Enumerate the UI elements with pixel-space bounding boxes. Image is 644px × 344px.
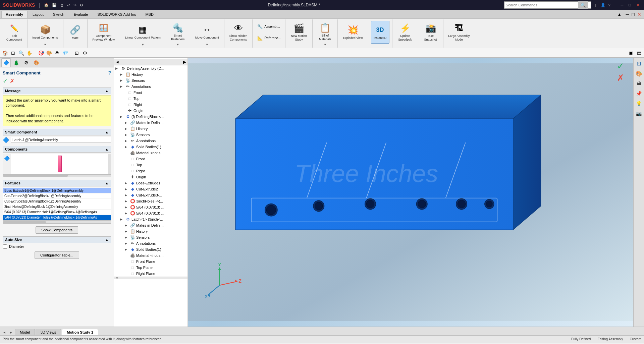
minimize-button[interactable]: ─: [619, 2, 626, 8]
zoom-to-fit-icon[interactable]: ⊡: [9, 49, 17, 57]
tab-solidworks-addins[interactable]: SOLIDWORKS Add-Ins: [93, 11, 140, 18]
appearance-icon[interactable]: 💎: [61, 49, 69, 57]
tree-expand-icon[interactable]: ▶: [183, 60, 186, 64]
tree-item-right-block[interactable]: ▶ □ Right: [114, 168, 187, 174]
tab-nav-prev[interactable]: ◄: [1, 329, 7, 335]
view-orientation-icon[interactable]: 🎯: [37, 49, 45, 57]
zoom-area-icon[interactable]: 🔍: [17, 49, 25, 57]
tree-item-annotations-block[interactable]: ▶ ✏ Annotations: [114, 138, 187, 144]
tree-item-history-latch[interactable]: ▶ 📋 History: [114, 228, 187, 234]
display-style-icon[interactable]: 🎨: [45, 49, 53, 57]
tab-motion-study[interactable]: Motion Study 1: [62, 329, 98, 335]
components-hscroll[interactable]: [3, 174, 111, 177]
view-settings-icon[interactable]: ⚙: [81, 49, 89, 57]
hide-show-icon[interactable]: 👁: [53, 49, 61, 57]
search-button[interactable]: 🔍: [578, 1, 588, 9]
features-section-header[interactable]: Features ▲: [3, 180, 111, 186]
linear-pattern-button[interactable]: ▦ Linear Component Pattern: [123, 21, 163, 43]
tree-item-annotations-top[interactable]: ▶ ✏ Annotations: [114, 83, 187, 90]
tree-item-solid-bodies[interactable]: ▶ ◆ Solid Bodies(1): [114, 144, 187, 150]
mate-button[interactable]: 🔗 Mate: [66, 21, 85, 44]
tree-item-front-plane-latch[interactable]: ▶ □ Front Plane: [114, 259, 187, 265]
tree-item-origin[interactable]: ▶ ✛ Origin: [114, 108, 187, 114]
components-section-header[interactable]: Components ▲: [3, 146, 111, 153]
tree-item-0[interactable]: ▶ ⚙ DefiningAssembly (D...: [114, 65, 187, 71]
tree-item-hole1[interactable]: ▶ ⭕ 5/64 (0.07813) ...: [114, 204, 187, 210]
camera-button[interactable]: 📷: [635, 109, 643, 118]
window-restore-icon[interactable]: □: [631, 12, 636, 17]
tree-item-front-block[interactable]: ▶ □ Front: [114, 156, 187, 162]
update-speedpak-button[interactable]: ⚡ UpdateSpeedpak: [395, 21, 415, 44]
show-hidden-button[interactable]: 👁 Show HiddenComponents: [227, 21, 250, 44]
components-scrollbar[interactable]: [108, 154, 111, 174]
viewport-accept-button[interactable]: ✓: [617, 61, 624, 71]
viewport-cancel-button[interactable]: ✗: [617, 73, 624, 83]
feature-item-4[interactable]: 5/64 (0.07813) Diameter Hole1@DefiningBl…: [3, 210, 111, 215]
tab-assembly[interactable]: Assembly: [1, 11, 28, 18]
tree-scroll-indicator[interactable]: ▼: [114, 277, 187, 279]
tab-3d-views[interactable]: 3D Views: [36, 329, 61, 335]
tab-sketch[interactable]: Sketch: [49, 11, 69, 18]
tree-item-history-block[interactable]: ▶ 📋 History: [114, 126, 187, 132]
tree-item-material-latch[interactable]: ▶ 🪨 Material <not s...: [114, 252, 187, 259]
decals-button[interactable]: 📌: [635, 89, 643, 98]
lights-button[interactable]: 💡: [635, 99, 643, 108]
bill-of-materials-button[interactable]: 📋 Bill ofMaterials: [315, 21, 335, 43]
tab-nav-next[interactable]: ►: [8, 329, 14, 335]
feature-item-0[interactable]: Boss-Extrude1@DefiningBlock-1@DefiningAs…: [3, 188, 111, 193]
comp-add-icon[interactable]: 🔷: [4, 156, 10, 161]
tree-item-top-plane-latch[interactable]: ▶ □ Top Plane: [114, 265, 187, 271]
smart-component-section-header[interactable]: Smart Component ▲: [3, 129, 111, 135]
window-min-icon[interactable]: ─: [625, 12, 631, 17]
move-component-button[interactable]: ↔️ Move Component: [193, 21, 221, 43]
smart-fasteners-button[interactable]: 🔩 SmartFasteners: [169, 21, 187, 43]
section-view-icon[interactable]: ⊡: [73, 49, 80, 57]
tree-item-material-block[interactable]: ▶ 🪨 Material <not s...: [114, 150, 187, 156]
more-icon[interactable]: ⋯: [613, 3, 617, 7]
save-icon[interactable]: 💾: [52, 3, 57, 7]
take-snapshot-button[interactable]: 📸 TakeSnapshot: [421, 21, 440, 44]
view-selector-button[interactable]: ⊡: [635, 59, 643, 68]
tree-item-cut-extrude3[interactable]: ▶ ◆ Cut-Extrude3-...: [114, 192, 187, 198]
home-nav-icon[interactable]: 🏠: [1, 49, 9, 57]
tree-item-sensors-latch[interactable]: ▶ 📡 Sensors: [114, 234, 187, 240]
tree-item-annotations-latch[interactable]: ▶ ✏ Annotations: [114, 240, 187, 246]
options-icon[interactable]: ⚙: [80, 3, 83, 7]
message-section-header[interactable]: Message ▲: [3, 88, 111, 94]
feature-item-2[interactable]: Cut-Extrude3@DefiningBlock-1@DefiningAss…: [3, 199, 111, 204]
feature-item-3[interactable]: 3inchHoles@DefiningBlock-1@DefiningAssem…: [3, 204, 111, 210]
panel-tab-appearance[interactable]: 🎨: [32, 58, 41, 67]
tab-mbd[interactable]: MBD: [141, 11, 158, 18]
diameter-checkbox[interactable]: [3, 244, 7, 249]
exploded-view-button[interactable]: 💥 Exploded View: [340, 21, 365, 44]
print-icon[interactable]: 🖨: [60, 3, 64, 7]
feature-item-1[interactable]: Cut-Extrude2@DefiningBlock-1@DefiningAss…: [3, 193, 111, 199]
reference-button[interactable]: 📐 Referenc...: [255, 34, 282, 42]
tree-item-front[interactable]: ▶ □ Front: [114, 90, 187, 96]
help-icon[interactable]: ?: [608, 3, 610, 7]
large-assembly-button[interactable]: 🏗 Large AssemblyMode: [446, 21, 472, 44]
user-icon[interactable]: 👤: [601, 3, 605, 7]
panel-layout-icon[interactable]: ▣: [627, 49, 635, 57]
tab-layout[interactable]: Layout: [28, 11, 48, 18]
tree-item-mates-block[interactable]: ▶ 🔗 Mates in Defini...: [114, 120, 187, 126]
tree-item-latch[interactable]: ▶ ⚙ Latch<1> (3inch<...: [114, 216, 187, 222]
show-components-button[interactable]: Show Components: [36, 226, 78, 234]
redo-icon[interactable]: ↪: [73, 3, 76, 7]
tree-collapse-icon[interactable]: ◄: [115, 60, 119, 64]
tree-item-3inchholes[interactable]: ▶ ⭕ 3inchHoles ->(...: [114, 198, 187, 204]
panel-tab-tree[interactable]: 🌲: [11, 58, 21, 67]
panel-options-icon[interactable]: ▤: [635, 49, 643, 57]
tree-item-history-top[interactable]: ▶ 📋 History: [114, 71, 187, 77]
edit-component-button[interactable]: ✏️ EditComponent: [4, 21, 24, 44]
smart-component-input[interactable]: [11, 137, 111, 143]
search-input[interactable]: [504, 3, 578, 7]
insert-components-button[interactable]: 📦 Insert Components: [30, 21, 60, 43]
auto-size-section-header[interactable]: Auto Size ▲: [3, 236, 111, 243]
tree-item-boss-extrude[interactable]: ▶ ◆ Boss-Extrude1: [114, 180, 187, 186]
tree-item-hole2[interactable]: ▶ ⭕ 5/64 (0.07813) ...: [114, 210, 187, 216]
home-icon[interactable]: 🏠: [44, 3, 49, 7]
tree-item-sensors-block[interactable]: ▶ 📡 Sensors: [114, 132, 187, 138]
tree-item-right-plane-latch[interactable]: ▶ □ Right Plane: [114, 271, 187, 277]
new-motion-study-button[interactable]: 🎬 New MotionStudy: [288, 21, 310, 44]
